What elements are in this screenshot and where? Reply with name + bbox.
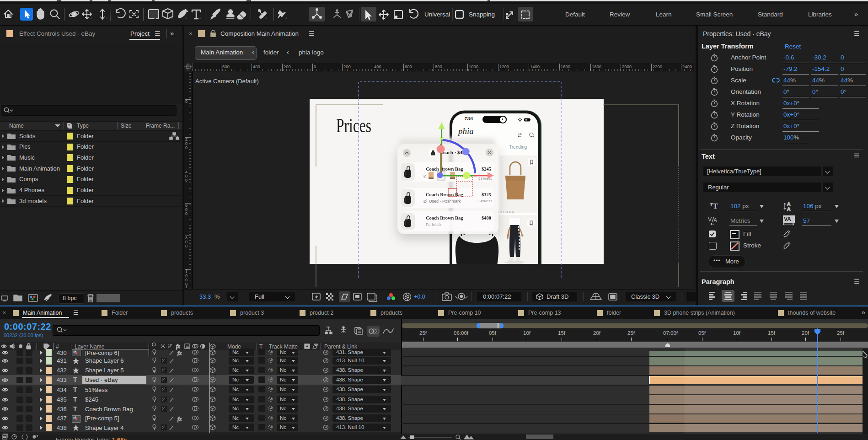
svg-text:fx: fx — [177, 349, 182, 356]
svg-text:A: A — [713, 217, 717, 224]
svg-text:V: V — [708, 216, 712, 223]
svg-text:fx: fx — [177, 415, 182, 422]
svg-text:A: A — [787, 206, 791, 212]
